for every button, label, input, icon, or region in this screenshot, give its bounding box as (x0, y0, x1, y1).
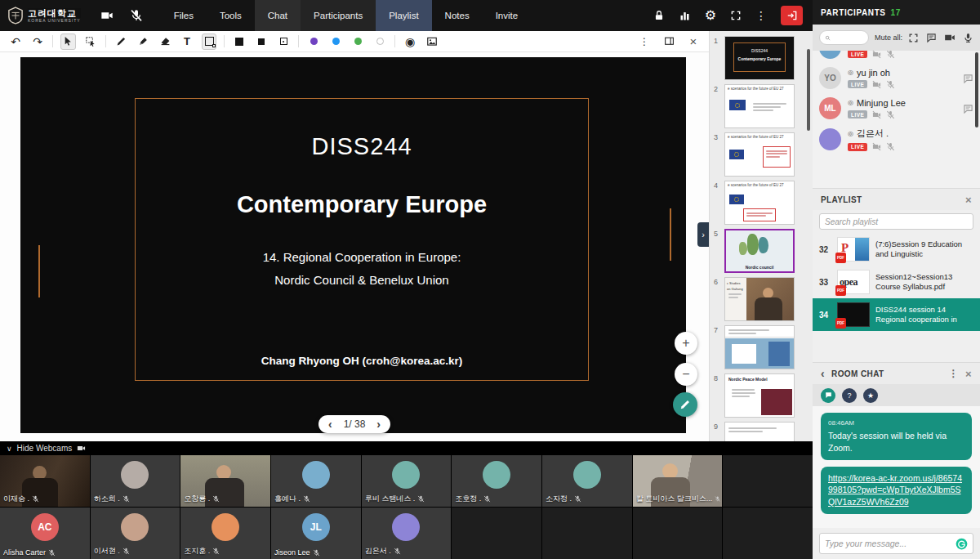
slide-thumbnail-8[interactable]: Nordic Peace Model (724, 373, 795, 418)
stats-icon[interactable] (679, 10, 691, 22)
private-chat-icon[interactable] (963, 101, 973, 116)
participant-search[interactable] (819, 30, 869, 45)
webcam-tile[interactable]: 김은서 . (362, 508, 452, 559)
webcam-tile[interactable]: 조지훈 . (180, 508, 270, 559)
tab-participants[interactable]: Participants (301, 0, 376, 31)
toolbar-more-icon[interactable]: ⋮ (637, 34, 652, 50)
slide-thumbnail-6[interactable]: c Studies on Gahung (724, 277, 795, 321)
undo-button[interactable]: ↶ (8, 34, 23, 50)
zoom-in-button[interactable]: + (675, 332, 697, 355)
participant-row[interactable]: YO ◎yu jin oh LIVE (813, 63, 980, 93)
record-button[interactable] (781, 6, 803, 25)
mic-muted-toggle-icon[interactable] (130, 9, 143, 22)
mic-off-icon[interactable] (886, 80, 895, 89)
slide-thumbnail-4[interactable]: e scenarios for the future of EU 27 (724, 181, 795, 225)
playlist-search[interactable] (819, 213, 973, 230)
eraser-tool[interactable] (158, 34, 172, 50)
camera-off-icon[interactable] (872, 142, 881, 151)
camera-off-icon[interactable] (872, 110, 881, 119)
chat-messages-filter[interactable] (821, 388, 835, 403)
participant-row[interactable]: ◎김은서 . LIVE (813, 123, 980, 155)
collapse-thumbnails-button[interactable]: › (697, 222, 709, 247)
participant-row[interactable]: JL ◎Jiseon Lee LIVE (813, 51, 980, 63)
chat-back-icon[interactable]: ‹ (821, 367, 825, 380)
hide-webcams-toggle[interactable]: Hide Webcams (17, 444, 73, 453)
pencil-tool[interactable] (114, 34, 128, 50)
color-green[interactable] (350, 34, 365, 50)
shape-tool[interactable] (202, 34, 216, 50)
webcam-tile[interactable]: 하소희 . (91, 455, 180, 507)
webcam-tile[interactable]: 이재승 . (0, 455, 90, 507)
chat-questions-filter[interactable]: ? (842, 388, 857, 403)
webcam-tile[interactable]: AC Alisha Carter (0, 508, 90, 559)
camera-off-icon[interactable] (872, 80, 881, 89)
webcam-tile[interactable]: JL Jiseon Lee (271, 508, 361, 559)
mic-off-icon[interactable] (886, 110, 895, 119)
slide-thumbnail-5-selected[interactable]: Nordic council (724, 229, 795, 273)
webcam-tile[interactable]: 조호정 . (452, 455, 541, 507)
chat-message-input[interactable] (825, 539, 952, 548)
webcam-tile[interactable]: 루비 스탬네스 . (362, 455, 452, 507)
stroke-size-small[interactable] (276, 34, 291, 50)
snapshot-tool[interactable]: ◉ (403, 34, 417, 50)
color-white[interactable] (372, 34, 387, 50)
slide-thumbnail-7[interactable] (724, 325, 795, 369)
tab-invite[interactable]: Invite (483, 0, 532, 31)
playlist-item-selected[interactable]: 34 PDF DISS244 session 14 Regional coope… (813, 298, 980, 331)
insert-image-tool[interactable] (425, 34, 439, 50)
close-playlist-icon[interactable]: × (965, 194, 972, 206)
participant-search-input[interactable] (833, 34, 863, 42)
webcams-camera-icon[interactable] (77, 444, 86, 453)
camera-permission-icon[interactable] (944, 32, 956, 43)
camera-toggle-icon[interactable] (100, 9, 114, 22)
close-board-icon[interactable]: × (686, 34, 701, 50)
stroke-size-large[interactable] (232, 34, 247, 50)
tab-chat[interactable]: Chat (255, 0, 301, 31)
panel-toggle-icon[interactable] (662, 34, 676, 50)
tab-playlist[interactable]: Playlist (376, 0, 431, 31)
lasso-tool[interactable] (83, 34, 98, 50)
slide-thumbnail-9[interactable] (724, 422, 795, 441)
playlist-item[interactable]: 33 opea PDF Session12~Session13 Course S… (813, 266, 980, 298)
webcam-tile[interactable]: 홍예나 . (271, 455, 361, 507)
playlist-item[interactable]: 32 P PDF (7:6)Session 9 Education and Li… (813, 233, 980, 266)
annotate-button[interactable] (673, 392, 697, 417)
webcam-tile[interactable]: 소자정 . (542, 455, 632, 507)
whiteboard-canvas[interactable]: DISS244 Contemporary Europe 14. Regional… (0, 52, 709, 441)
text-tool[interactable]: T (180, 34, 194, 50)
mic-off-icon[interactable] (886, 51, 895, 59)
mic-off-icon[interactable] (886, 142, 895, 151)
private-chat-icon[interactable] (963, 71, 973, 86)
redo-button[interactable]: ↷ (30, 34, 45, 50)
webcam-tile[interactable]: 오창룡 . (180, 455, 270, 507)
webcam-tile[interactable]: 칼 토비아스 달크비스... (633, 455, 723, 507)
previous-slide-button[interactable]: ‹ (328, 418, 332, 431)
focus-all-icon[interactable] (908, 33, 919, 43)
lock-icon[interactable] (653, 10, 665, 21)
settings-gear-icon[interactable]: ⚙ (705, 9, 716, 22)
camera-off-icon[interactable] (872, 51, 881, 59)
participants-scrollbar[interactable] (975, 52, 978, 127)
chat-more-icon[interactable]: ⋮ (949, 368, 959, 379)
chat-starred-filter[interactable]: ★ (863, 388, 878, 403)
more-menu-icon[interactable]: ⋮ (755, 10, 767, 21)
close-chat-icon[interactable]: × (965, 368, 972, 380)
stroke-size-medium[interactable] (254, 34, 269, 50)
fullscreen-icon[interactable] (730, 10, 742, 21)
mic-permission-icon[interactable] (963, 33, 973, 43)
participant-row[interactable]: ML ◎Minjung Lee LIVE (813, 93, 980, 123)
slide-thumbnail-1[interactable]: DISS244Contemporary Europe (724, 36, 795, 80)
chat-permission-icon[interactable] (926, 33, 937, 43)
playlist-search-input[interactable] (825, 217, 968, 226)
next-slide-button[interactable]: › (376, 418, 381, 431)
message-link[interactable]: https://korea-ac-kr.zoom.us/j/8657499810… (828, 472, 964, 508)
tab-notes[interactable]: Notes (432, 0, 483, 31)
thumbnails-scrollbar[interactable] (807, 49, 810, 131)
color-purple[interactable] (306, 34, 321, 50)
slide-thumbnail-2[interactable]: e scenarios for the future of EU 27 (724, 84, 795, 128)
slide-thumbnail-3[interactable]: e scenarios for the future of EU 27 (724, 132, 795, 177)
select-tool[interactable] (60, 34, 76, 50)
zoom-out-button[interactable]: − (675, 363, 697, 386)
tab-tools[interactable]: Tools (207, 0, 255, 31)
webcam-tile[interactable]: 이서현 . (91, 508, 180, 559)
